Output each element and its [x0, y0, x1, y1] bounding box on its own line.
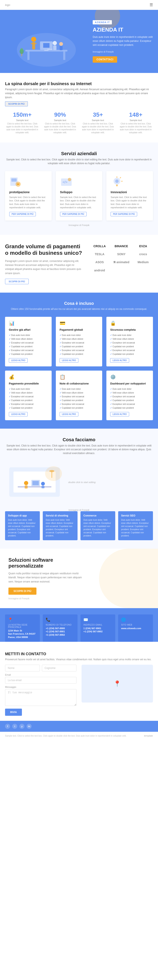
whatwedo-image-credit[interactable]: Immagine di Freepik [5, 509, 153, 511]
included-list-item: Cupidatat non proident [9, 345, 48, 348]
whatwedo-service-card: Commerce Duis aute irure dolor. Velit es… [81, 511, 115, 540]
message-textarea[interactable] [5, 689, 76, 706]
included-list-item: Cupidatat non proident [60, 352, 98, 356]
contact-info-icon: 🌐 [121, 617, 150, 622]
included-card-icon: 📊 [9, 321, 48, 326]
services-grid: prototipazione Sample text. Click to sel… [5, 171, 153, 221]
included-list-item: Cupidatat non proident [9, 399, 48, 402]
hamburger-icon[interactable]: ☰ [150, 3, 153, 7]
social-icon-t[interactable]: t [12, 724, 17, 729]
social-icon-in[interactable]: in [27, 724, 32, 729]
services-image-credit[interactable]: Immagine di Freepik [5, 224, 153, 226]
included-card: ⚙️ Dashboard per sviluppatori Duis aute … [106, 371, 153, 420]
nome-input[interactable] [5, 665, 40, 671]
service-icon [111, 175, 123, 188]
contact-info-label: NUMERO DI TELEFONO [46, 624, 74, 626]
service-more-button[interactable]: PER SAPERNE DI PIÙ [111, 212, 137, 216]
included-card-icon: 💰 [9, 374, 48, 380]
brand-item: Medium [133, 259, 153, 265]
stat-desc: Click to select the text box. Click agai… [5, 123, 40, 134]
included-list-item: Duis aute irure dolor [9, 387, 48, 391]
included-more-button[interactable]: LEGGI ALTRO [9, 358, 27, 363]
svg-rect-38 [42, 486, 44, 488]
stat-desc: Click to select the text box. Click agai… [43, 123, 77, 134]
stat-label: Sample text [119, 119, 153, 121]
included-card: 📊 Gestire già affari Duis aute irure dol… [5, 317, 52, 366]
software-text: Quam nulla porttitor massa id neque aliq… [8, 571, 84, 584]
whatwedo-title: Cosa facciamo [5, 437, 153, 442]
whatwedo-text-block[interactable]: double click to start editing [68, 481, 153, 484]
stat-label: Sample text [5, 119, 40, 121]
stat-number: 148+ [119, 111, 153, 118]
social-icon-y[interactable]: y [19, 724, 24, 729]
included-more-button[interactable]: LEGGI ALTRO [60, 358, 78, 363]
included-list-item: Excepteur sint occaecat [110, 402, 149, 406]
included-card-title: Pagamenti globali [60, 328, 98, 331]
services-section: Servizi aziendali Sample text. Click to … [0, 143, 158, 235]
message-label: Messaggio [5, 686, 76, 688]
service-icon [9, 175, 22, 188]
whatwedo-card-text: Duis aute irure dolor. Velit esse cillum… [84, 519, 112, 537]
stat-number: 90% [43, 111, 77, 118]
cognome-input[interactable] [42, 665, 77, 671]
included-list-item: Velit esse cillum dolore [110, 337, 149, 341]
whatwedo-card-title: Servizi di shooting [46, 514, 74, 517]
stat-label: Sample text [81, 119, 115, 121]
svg-rect-36 [25, 485, 27, 488]
included-more-button[interactable]: LEGGI ALTRO [110, 358, 129, 363]
whatwedo-card-title: Sviluppo di app [8, 514, 37, 517]
whatwedo-card-text: Duis aute irure dolor. Velit esse cillum… [8, 519, 37, 537]
svg-rect-12 [53, 45, 56, 50]
included-list-item: Velit esse cillum dolore [110, 391, 149, 395]
svg-rect-40 [32, 481, 39, 485]
hero-image-credit[interactable]: Immagine di Freepik [93, 51, 153, 53]
included-list-item: Excepteur sint occaecat [9, 402, 48, 406]
included-list-item: Velit esse cillum dolore [60, 391, 98, 395]
service-text: Sample text. Click to select the text bo… [9, 196, 47, 209]
included-more-button[interactable]: LEGGI ALTRO [60, 412, 78, 417]
payment-button[interactable]: SCOPRI DI PIÙ [5, 279, 29, 284]
included-more-button[interactable]: LEGGI ALTRO [9, 412, 27, 417]
svg-point-37 [41, 482, 45, 485]
whatwedo-card-title: Servizi SEO [121, 514, 150, 517]
stat-number: 35+ [81, 111, 115, 118]
included-list-item: Velit esse cillum dolore [9, 391, 48, 395]
included-list-item: Cupidatat non proident [110, 345, 149, 348]
service-title: Sviluppo [60, 191, 98, 194]
svg-point-25 [68, 178, 71, 181]
submit-button[interactable]: INVIA [5, 709, 22, 716]
included-list: Duis aute irure dolorVelit esse cillum d… [110, 333, 149, 356]
svg-rect-14 [60, 46, 63, 50]
svg-point-11 [53, 41, 57, 45]
included-list-item: Cupidatat non proident [60, 345, 98, 348]
included-list-item: Cupidatat non proident [110, 352, 149, 356]
contact-info-value: www.sitoweb.com [121, 627, 150, 630]
included-card: 📋 Note di collaborazione Duis aute irure… [56, 371, 102, 420]
service-more-button[interactable]: PER SAPERNE DI PIÙ [60, 212, 87, 216]
hero-cta-button[interactable]: CONTATTACI [93, 56, 117, 63]
email-input[interactable] [5, 677, 76, 684]
contact-form-section: METTITI IN CONTATTO Proveerunt facere mo… [0, 647, 158, 721]
hero-illustration-svg [13, 21, 80, 67]
svg-rect-20 [11, 178, 17, 181]
stats-more-button[interactable]: SCOPRI DI PIÙ [5, 101, 28, 107]
included-list-item: Excepteur sint occaecat [9, 341, 48, 345]
included-list: Duis aute irure dolorVelit esse cillum d… [9, 333, 48, 356]
payment-title: Grande volume di pagamenti o modello di … [5, 243, 84, 256]
contact-info-card: ✉️ INDIRIZZO EMAIL 1 (234) 567-8901+1 (2… [81, 614, 115, 642]
payment-text: Paragraph Lorem ipsum dolor sit amet, co… [5, 259, 84, 275]
included-more-button[interactable]: LEGGI ALTRO [110, 412, 129, 417]
contact-info-card: 📍 LA NOSTRA SEDE PRINCIPALE 1234 Main St… [5, 614, 40, 642]
whatwedo-services: Sviluppo di app Duis aute irure dolor. V… [5, 511, 153, 540]
service-title: prototipazione [9, 191, 47, 194]
services-subtitle: Sample text. Click to select the text bo… [5, 158, 153, 165]
social-icon-f[interactable]: f [5, 724, 10, 729]
contact-info-icon: ✉️ [84, 617, 112, 622]
software-image-credit[interactable]: Immagine di Freepik [8, 597, 84, 600]
contact-info-icon: 📞 [46, 617, 74, 622]
software-button[interactable]: SCOPRI DI PIÙ [8, 587, 36, 595]
included-title: Cosa è incluso [5, 301, 153, 306]
included-subtitle: Ottieni oltre 150 funzionalità pronte al… [5, 307, 153, 311]
footer-brand: template [144, 735, 153, 737]
service-more-button[interactable]: PER SAPERNE DI PIÙ [9, 212, 36, 216]
